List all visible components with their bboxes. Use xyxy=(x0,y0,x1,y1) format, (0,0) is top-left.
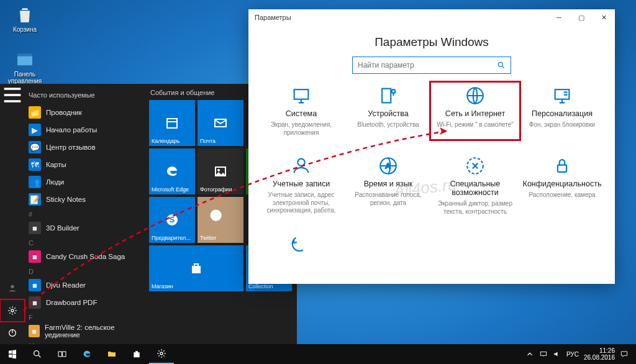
start-tile-skype[interactable]: SПредварител... xyxy=(149,197,195,243)
task-view-button[interactable] xyxy=(50,344,75,364)
maximize-button[interactable]: ▢ xyxy=(570,9,593,25)
tile-label: Microsoft Edge xyxy=(152,186,189,193)
windows-icon xyxy=(7,349,17,359)
svg-point-19 xyxy=(392,89,396,93)
settings-category[interactable]: ПерсонализацияФон, экран блокировки xyxy=(520,85,604,137)
store-icon xyxy=(132,349,142,359)
settings-category[interactable]: Учетные записиУчетные записи, адрес элек… xyxy=(260,155,343,216)
start-tile-photos[interactable]: Фотографии xyxy=(198,148,243,194)
alpha-header[interactable]: # xyxy=(25,208,144,219)
app-icon: ■ xyxy=(29,325,40,337)
app-list-item[interactable]: ■3D Builder xyxy=(25,219,144,237)
search-taskbar-button[interactable] xyxy=(25,344,50,364)
start-tile-twitter[interactable]: Twitter xyxy=(198,197,243,243)
category-title: Конфиденциальность xyxy=(523,180,602,188)
settings-rail-button[interactable] xyxy=(0,299,25,322)
power-button[interactable] xyxy=(0,322,25,344)
close-button[interactable]: ✕ xyxy=(593,9,615,25)
app-icon: 📁 xyxy=(29,106,41,119)
app-icon: ■ xyxy=(29,296,41,309)
svg-point-30 xyxy=(160,352,163,355)
category-subtitle: Учетные записи, адрес электронной почты,… xyxy=(260,191,343,215)
alpha-header[interactable]: M xyxy=(25,340,144,344)
tile-label: Фотографии xyxy=(200,186,232,193)
tile-label: Предварител... xyxy=(152,235,191,241)
store-taskbar-button[interactable] xyxy=(124,344,149,364)
svg-point-3 xyxy=(11,309,14,312)
action-center-icon[interactable] xyxy=(620,350,629,358)
user-icon xyxy=(7,283,17,293)
app-list-item[interactable]: 📁Проводник xyxy=(25,104,144,121)
recycle-bin-desktop-icon[interactable]: Корзина xyxy=(5,5,45,33)
hamburger-button[interactable] xyxy=(0,84,25,106)
system-tray[interactable]: РУС 11:26 26.08.2016 xyxy=(525,347,636,361)
app-label: Центр отзывов xyxy=(46,143,96,151)
category-icon xyxy=(378,85,399,106)
category-title: Персонализация xyxy=(532,109,593,118)
alpha-header[interactable]: D xyxy=(25,265,144,276)
volume-icon[interactable] xyxy=(553,350,561,358)
start-button[interactable] xyxy=(0,344,25,364)
settings-category[interactable]: УстройстваBluetooth, устройства xyxy=(347,85,430,137)
control-panel-icon xyxy=(15,50,35,70)
trash-icon xyxy=(15,5,35,25)
search-input[interactable] xyxy=(358,61,497,70)
settings-window: Параметры ─ ▢ ✕ Параметры Windows Систем… xyxy=(248,9,615,284)
start-tile-calendar[interactable]: Календарь xyxy=(149,100,195,146)
settings-category[interactable] xyxy=(260,234,343,255)
app-label: FarmVille 2: сельское уединение xyxy=(45,324,140,339)
app-list-item[interactable]: ■Drawboard PDF xyxy=(25,294,144,311)
explorer-taskbar-button[interactable] xyxy=(99,344,124,364)
gear-icon xyxy=(7,306,17,316)
app-list-item[interactable]: ■Djvu Reader xyxy=(25,276,144,294)
start-tile-store[interactable]: Магазин xyxy=(149,245,243,291)
svg-point-16 xyxy=(498,62,502,66)
svg-rect-5 xyxy=(167,119,177,128)
folder-icon xyxy=(107,349,117,359)
desktop-icon-label: Корзина xyxy=(5,26,45,33)
category-icon xyxy=(552,155,573,176)
network-icon[interactable] xyxy=(539,350,548,358)
start-tile-mail[interactable]: Почта xyxy=(198,100,243,146)
settings-taskbar-button[interactable] xyxy=(149,344,174,364)
app-label: Карты xyxy=(46,161,66,168)
edge-taskbar-button[interactable] xyxy=(75,344,99,364)
category-title: Учетные записи xyxy=(273,180,330,188)
svg-rect-29 xyxy=(63,352,66,357)
app-list-item[interactable]: 📝Sticky Notes xyxy=(25,191,144,208)
language-indicator[interactable]: РУС xyxy=(566,351,579,358)
chevron-up-icon[interactable] xyxy=(525,350,534,358)
control-panel-desktop-icon[interactable]: Панель управления xyxy=(5,50,45,84)
settings-heading: Параметры Windows xyxy=(248,35,615,49)
app-icon: ■ xyxy=(29,279,41,291)
category-icon xyxy=(291,234,312,255)
app-list-item[interactable]: ▶Начало работы xyxy=(25,121,144,139)
app-icon: 🗺 xyxy=(29,158,41,171)
tile-label: Почта xyxy=(200,138,216,144)
svg-point-27 xyxy=(34,351,39,356)
svg-rect-28 xyxy=(58,352,61,357)
settings-search[interactable] xyxy=(352,57,511,74)
start-tile-edge[interactable]: Microsoft Edge xyxy=(149,148,195,194)
app-list-item[interactable]: ■FarmVille 2: сельское уединение xyxy=(25,322,144,340)
account-button[interactable] xyxy=(0,277,25,299)
app-icon: ■ xyxy=(29,250,41,263)
app-list-item[interactable]: ■Candy Crush Soda Saga xyxy=(25,248,144,265)
app-list-item[interactable]: 👥Люди xyxy=(25,173,144,191)
app-label: Drawboard PDF xyxy=(46,299,97,306)
alpha-header[interactable]: C xyxy=(25,237,144,248)
settings-category[interactable]: КонфиденциальностьРасположение, камера xyxy=(520,155,604,216)
skype-icon: S xyxy=(165,212,179,227)
titlebar[interactable]: Параметры ─ ▢ ✕ xyxy=(248,9,615,25)
alpha-header[interactable]: F xyxy=(25,311,144,322)
minimize-button[interactable]: ─ xyxy=(548,9,570,25)
app-icon: ■ xyxy=(29,222,41,234)
settings-category[interactable]: СистемаЭкран, уведомления, приложения xyxy=(260,85,343,137)
category-subtitle: Фон, экран блокировки xyxy=(529,121,595,129)
category-subtitle: Экран, уведомления, приложения xyxy=(260,121,343,137)
clock[interactable]: 11:26 26.08.2016 xyxy=(584,347,615,361)
app-list-item[interactable]: 💬Центр отзывов xyxy=(25,139,144,156)
app-list-item[interactable]: 🗺Карты xyxy=(25,156,144,173)
settings-category[interactable]: Сеть и ИнтернетWi-Fi, режим " в самолете… xyxy=(434,85,517,137)
category-subtitle: Bluetooth, устройства xyxy=(357,121,419,129)
